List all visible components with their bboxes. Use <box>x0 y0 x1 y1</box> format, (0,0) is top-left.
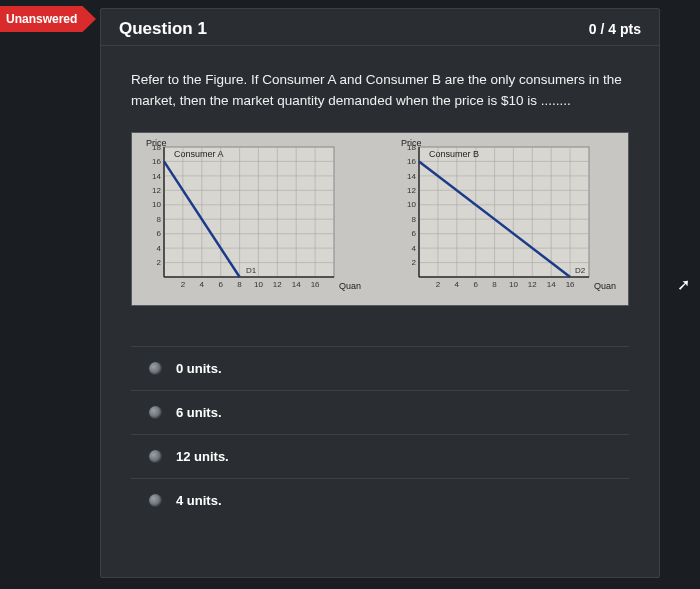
svg-text:14: 14 <box>292 280 301 289</box>
svg-text:4: 4 <box>455 280 460 289</box>
answer-label: 0 units. <box>176 361 222 376</box>
svg-text:2: 2 <box>412 258 417 267</box>
question-body: Refer to the Figure. If Consumer A and C… <box>101 46 659 522</box>
ylabel-a: Price <box>146 139 167 148</box>
svg-text:6: 6 <box>412 229 417 238</box>
svg-text:16: 16 <box>152 157 161 166</box>
svg-text:6: 6 <box>218 280 223 289</box>
question-points: 0 / 4 pts <box>589 21 641 37</box>
series-label-d1: D1 <box>246 266 257 275</box>
svg-text:12: 12 <box>407 186 416 195</box>
svg-text:8: 8 <box>237 280 242 289</box>
svg-text:14: 14 <box>407 172 416 181</box>
cursor-icon: ➚ <box>677 275 690 294</box>
svg-text:4: 4 <box>157 244 162 253</box>
answer-label: 4 units. <box>176 493 222 508</box>
radio-icon <box>149 362 162 375</box>
svg-text:2: 2 <box>181 280 186 289</box>
svg-text:8: 8 <box>492 280 497 289</box>
xlabel-b: Quantity <box>594 281 616 291</box>
ylabel-b: Price <box>401 139 422 148</box>
svg-text:16: 16 <box>407 157 416 166</box>
chart-consumer-b: D2 Consumer B 181614 12108 642 246 81012… <box>391 139 616 299</box>
svg-text:12: 12 <box>273 280 282 289</box>
answer-label: 12 units. <box>176 449 229 464</box>
svg-text:2: 2 <box>157 258 162 267</box>
svg-text:12: 12 <box>528 280 537 289</box>
svg-text:10: 10 <box>407 200 416 209</box>
page: Unanswered Question 1 0 / 4 pts Refer to… <box>0 0 700 578</box>
radio-icon <box>149 406 162 419</box>
svg-text:8: 8 <box>412 215 417 224</box>
answer-option-3[interactable]: 4 units. <box>131 478 629 522</box>
chart-title-b: Consumer B <box>429 149 479 159</box>
svg-text:8: 8 <box>157 215 162 224</box>
svg-rect-37 <box>419 147 589 277</box>
svg-text:2: 2 <box>436 280 441 289</box>
svg-text:16: 16 <box>311 280 320 289</box>
answer-option-1[interactable]: 6 units. <box>131 390 629 434</box>
series-label-d2: D2 <box>575 266 586 275</box>
svg-text:4: 4 <box>412 244 417 253</box>
svg-text:12: 12 <box>152 186 161 195</box>
radio-icon <box>149 494 162 507</box>
answer-option-0[interactable]: 0 units. <box>131 346 629 390</box>
svg-text:16: 16 <box>566 280 575 289</box>
demand-figure: D1 Consumer A 181614 12108 642 246 <box>131 132 629 306</box>
svg-rect-0 <box>164 147 334 277</box>
svg-text:10: 10 <box>509 280 518 289</box>
question-header: Question 1 0 / 4 pts <box>101 9 659 46</box>
svg-text:6: 6 <box>157 229 162 238</box>
xlabel-a: Quantity <box>339 281 361 291</box>
svg-text:4: 4 <box>200 280 205 289</box>
question-card: Question 1 0 / 4 pts Refer to the Figure… <box>100 8 660 578</box>
radio-icon <box>149 450 162 463</box>
svg-text:6: 6 <box>473 280 478 289</box>
unanswered-flag: Unanswered <box>0 6 96 32</box>
question-prompt: Refer to the Figure. If Consumer A and C… <box>131 70 629 112</box>
answer-list: 0 units. 6 units. 12 units. 4 units. <box>131 346 629 522</box>
chart-title-a: Consumer A <box>174 149 224 159</box>
chart-consumer-a: D1 Consumer A 181614 12108 642 246 <box>136 139 361 299</box>
svg-text:14: 14 <box>547 280 556 289</box>
svg-text:14: 14 <box>152 172 161 181</box>
answer-label: 6 units. <box>176 405 222 420</box>
answer-option-2[interactable]: 12 units. <box>131 434 629 478</box>
svg-text:10: 10 <box>254 280 263 289</box>
question-title: Question 1 <box>119 19 207 39</box>
svg-text:10: 10 <box>152 200 161 209</box>
